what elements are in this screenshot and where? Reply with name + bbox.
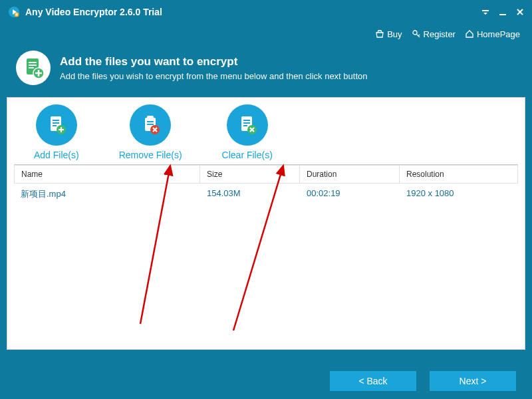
close-icon[interactable] (516, 8, 524, 16)
svg-rect-36 (243, 122, 250, 124)
homepage-label: HomePage (477, 29, 520, 39)
svg-rect-14 (29, 62, 37, 63)
remove-file-icon (130, 104, 171, 146)
clear-file-icon (227, 104, 268, 146)
top-toolbar: Buy Register HomePage (0, 24, 532, 44)
main-panel: Add File(s) Remove File(s) Clear File(s)… (7, 97, 525, 350)
col-size[interactable]: Size (200, 165, 300, 184)
clear-files-button[interactable]: Clear File(s) (222, 104, 273, 160)
footer-nav: < Back Next > (330, 371, 516, 391)
app-title: Any Video Encryptor 2.6.0 Trial (25, 7, 481, 17)
cell-size: 154.03M (200, 184, 300, 204)
action-bar: Add File(s) Remove File(s) Clear File(s) (7, 98, 525, 164)
header-text: Add the files you want to encrypt Add th… (60, 55, 367, 81)
page-title: Add the files you want to encrypt (60, 55, 367, 68)
basket-icon (375, 29, 384, 39)
svg-marker-6 (483, 13, 487, 15)
add-files-label: Add File(s) (34, 150, 79, 160)
titlebar: Any Video Encryptor 2.6.0 Trial (0, 0, 532, 24)
remove-files-button[interactable]: Remove File(s) (119, 104, 182, 160)
cell-name: 新项目.mp4 (14, 184, 200, 204)
add-file-icon (36, 104, 77, 146)
svg-rect-37 (243, 125, 247, 126)
buy-label: Buy (387, 29, 402, 39)
svg-rect-29 (147, 121, 154, 122)
svg-rect-30 (147, 124, 154, 125)
svg-rect-23 (53, 125, 57, 126)
dropdown-icon[interactable] (481, 8, 489, 16)
buy-link[interactable]: Buy (375, 29, 402, 39)
register-link[interactable]: Register (412, 29, 456, 39)
app-icon (8, 6, 20, 18)
col-name[interactable]: Name (14, 165, 200, 184)
add-files-button[interactable]: Add File(s) (34, 104, 79, 160)
back-button[interactable]: < Back (330, 371, 416, 391)
register-label: Register (424, 29, 456, 39)
svg-rect-16 (29, 67, 34, 68)
window-controls (481, 8, 524, 16)
page-subtitle: Add the files you wish to encrypt from t… (60, 71, 367, 81)
cell-duration: 00:02:19 (300, 184, 400, 204)
svg-rect-5 (482, 10, 489, 11)
svg-rect-15 (29, 65, 37, 66)
svg-rect-22 (53, 122, 59, 124)
cell-resolution: 1920 x 1080 (400, 184, 518, 204)
page-header: Add the files you want to encrypt Add th… (0, 44, 532, 97)
file-table: Name Size Duration Resolution 新项目.mp4 15… (14, 164, 518, 205)
homepage-link[interactable]: HomePage (465, 29, 520, 39)
svg-rect-21 (53, 120, 59, 121)
table-row[interactable]: 新项目.mp4 154.03M 00:02:19 1920 x 1080 (14, 184, 518, 205)
remove-files-label: Remove File(s) (119, 150, 182, 160)
minimize-icon[interactable] (499, 8, 507, 16)
svg-rect-7 (499, 14, 506, 15)
col-resolution[interactable]: Resolution (400, 165, 518, 184)
col-duration[interactable]: Duration (300, 165, 400, 184)
svg-rect-28 (147, 116, 154, 119)
clear-files-label: Clear File(s) (222, 150, 273, 160)
table-header: Name Size Duration Resolution (14, 165, 518, 184)
home-icon (465, 29, 474, 39)
svg-rect-35 (243, 120, 250, 121)
header-icon (16, 51, 51, 85)
next-button[interactable]: Next > (430, 371, 516, 391)
key-icon (412, 29, 421, 39)
svg-line-12 (418, 35, 420, 36)
